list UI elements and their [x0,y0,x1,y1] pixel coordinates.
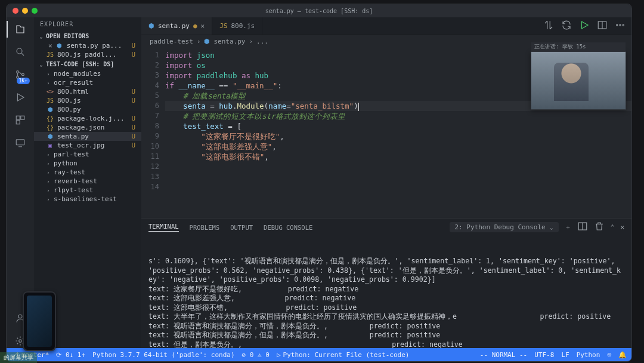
svg-rect-5 [21,116,24,119]
titlebar: senta.py — test-code [SSH: ds] [7,4,631,17]
screen-share-indicator: 的屏幕共享 [0,352,37,363]
terminal-content[interactable]: s': 0.1609}, {'text': '视听语言和演技都是满分，但是，剧本… [141,236,631,348]
terminal-selector[interactable]: 2: Python Debug Console⌄ [450,222,558,232]
close-panel-icon[interactable]: ✕ [620,223,624,231]
git-status: U [131,115,139,122]
minimize-icon[interactable] [22,8,28,14]
file-label: ray-test [54,168,85,176]
status-feedback-icon[interactable]: ☺ [607,351,611,359]
tab-debug-console[interactable]: DEBUG CONSOLE [264,224,312,231]
file-label: rlpyt-test [54,186,93,194]
file-label: ocr_result [54,79,93,87]
avatar [554,63,589,101]
git-status: U [131,133,139,140]
tab-output[interactable]: OUTPUT [230,224,253,231]
status-debug-config[interactable]: ▷ Python: Current File (test-code) [277,351,410,359]
workspace-section[interactable]: ⌄TEST-CODE [SSH: DS] [34,59,141,69]
file-item[interactable]: ⬢senta.pyU [34,132,141,141]
close-icon[interactable]: ✕ [201,22,205,30]
split-terminal-icon[interactable] [577,221,588,233]
source-control-icon[interactable]: 1K+ [13,67,27,82]
close-icon[interactable] [13,8,18,14]
file-item[interactable]: {}package-lock.j...U [34,114,141,123]
folder-item[interactable]: ›python [34,159,141,168]
panel-tabs: TERMINAL PROBLEMS OUTPUT DEBUG CONSOLE 2… [141,219,631,236]
svg-rect-6 [16,121,20,124]
sync-icon[interactable] [561,20,572,32]
file-label: node_modules [54,70,101,78]
open-editor-item[interactable]: ✕⬢senta.py pa...U [34,41,141,50]
run-icon[interactable] [579,20,590,32]
git-status: U [131,42,139,50]
close-icon[interactable]: ✕ [48,42,52,50]
git-status: U [131,97,139,104]
window-title: senta.py — test-code [SSH: ds] [7,8,631,14]
editor-tab[interactable]: JS800.js [212,17,262,35]
file-item[interactable]: {}package.jsonU [34,123,141,132]
status-language[interactable]: Python [577,351,600,359]
svg-point-9 [19,340,22,343]
file-item[interactable]: <>800.htmlU [34,87,141,96]
file-item[interactable]: ⬢800.py [34,105,141,114]
explorer-title: EXPLORER [34,17,141,31]
svg-point-12 [620,24,621,26]
editor-tab[interactable]: ⬢senta.py●✕ [141,17,212,35]
file-label: 800.html [57,88,89,96]
open-editor-item[interactable]: JS800.js paddl...U [34,50,141,59]
file-label: 800.js paddl... [57,51,116,59]
scm-badge: 1K+ [17,78,30,84]
folder-item[interactable]: ›ray-test [34,168,141,177]
compare-icon[interactable] [543,20,554,32]
trash-icon[interactable] [594,221,605,233]
file-label: 800.py [57,106,81,113]
search-icon[interactable] [13,45,27,59]
status-bar: ⎇ master* ⟳ 0↓ 1↑ Python 3.7.7 64-bit ('… [7,348,631,361]
open-editors-section[interactable]: ⌄OPEN EDITORS [34,31,141,41]
svg-point-3 [22,73,24,76]
phone-overlay [23,291,56,351]
file-label: reverb-test [54,177,97,185]
editor-actions [537,17,631,35]
status-eol[interactable]: LF [561,351,569,359]
status-problems[interactable]: ⊘ 0 ⚠ 0 [242,351,270,359]
file-label: senta.py pa... [67,42,122,50]
extensions-icon[interactable] [13,113,27,127]
status-python[interactable]: Python 3.7.7 64-bit ('padle': conda) [92,351,234,359]
svg-rect-4 [16,116,20,119]
zoom-icon[interactable] [32,8,38,14]
file-item[interactable]: JS800.jsU [34,96,141,105]
folder-item[interactable]: ›parl-test [34,150,141,159]
remote-icon[interactable] [13,136,27,150]
status-sync[interactable]: ⟳ 0↓ 1↑ [56,351,85,359]
status-bell-icon[interactable]: 🔔 [618,351,627,359]
file-item[interactable]: ▣test_ocr.jpgU [34,141,141,150]
file-label: package-lock.j... [57,115,125,122]
tab-problems[interactable]: PROBLEMS [190,224,220,231]
file-label: python [54,159,78,167]
git-status: U [131,141,139,149]
run-debug-icon[interactable] [13,90,27,104]
video-call-thumbnail[interactable]: 正在讲话: 李钦 15s [531,51,626,110]
new-terminal-icon[interactable]: ＋ [565,223,571,232]
svg-point-8 [18,315,22,318]
explorer-icon[interactable] [13,22,27,36]
bottom-panel: TERMINAL PROBLEMS OUTPUT DEBUG CONSOLE 2… [141,218,631,348]
window-controls [13,8,38,14]
folder-item[interactable]: ›rlpyt-test [34,186,141,195]
git-status: U [131,124,139,131]
tab-terminal[interactable]: TERMINAL [148,223,179,232]
split-editor-icon[interactable] [597,20,608,32]
folder-item[interactable]: ›node_modules [34,69,141,78]
folder-item[interactable]: ›reverb-test [34,177,141,186]
folder-item[interactable]: ›ocr_result [34,78,141,87]
svg-point-0 [17,48,22,54]
maximize-panel-icon[interactable]: ⌃ [611,223,615,231]
file-label: package.json [57,124,104,131]
more-icon[interactable] [615,20,626,32]
editor-tabbar: ⬢senta.py●✕JS800.js [141,17,631,35]
file-label: s-baselines-test [54,195,117,203]
folder-item[interactable]: ›s-baselines-test [34,195,141,204]
tab-label: 800.js [231,22,255,30]
svg-point-11 [617,24,618,26]
status-encoding[interactable]: UTF-8 [534,351,554,359]
